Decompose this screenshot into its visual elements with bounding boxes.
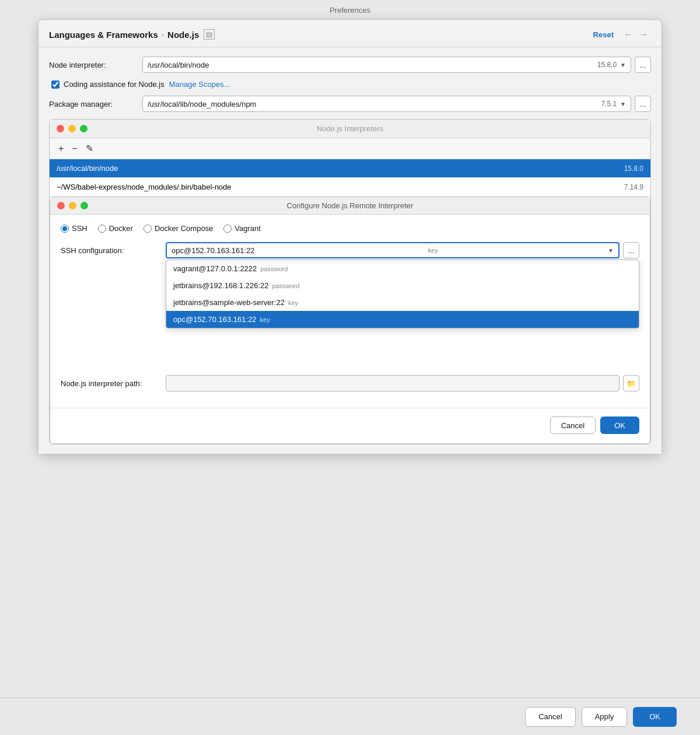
- node-interpreter-row: Node interpreter: /usr/local/bin/node 15…: [49, 57, 651, 73]
- interpreter-path-wrap: 📁: [166, 375, 639, 391]
- bottom-apply-button[interactable]: Apply: [582, 707, 628, 727]
- ssh-dropdown-list: vagrant@127.0.0.1:2222 password jetbrain…: [166, 260, 639, 328]
- package-manager-path: /usr/local/lib/node_modules/npm: [148, 100, 601, 108]
- bottom-action-bar: Cancel Apply OK: [0, 698, 700, 735]
- interpreters-panel-title: Node.js Interpreters: [317, 124, 383, 133]
- main-content: Node interpreter: /usr/local/bin/node 15…: [38, 47, 662, 454]
- dropdown-item-host-2: jetbrains@sample-web-server:22: [173, 298, 285, 307]
- interpreter-path-input[interactable]: [166, 375, 620, 391]
- interpreter-path-label: Node.js interpreter path:: [61, 379, 166, 388]
- breadcrumb-separator: ›: [162, 30, 164, 39]
- traffic-lights: [57, 125, 88, 132]
- breadcrumb-bar: Languages & Frameworks › Node.js ▤ Reset…: [38, 20, 662, 47]
- dropdown-item-1[interactable]: jetbrains@192.168.1.226:22 password: [166, 277, 639, 294]
- package-manager-version: 7.5.1: [601, 100, 617, 108]
- package-manager-dropdown[interactable]: /usr/local/lib/node_modules/npm 7.5.1 ▼: [142, 96, 631, 112]
- remote-traffic-lights: [57, 202, 88, 209]
- radio-docker-compose-label: Docker Compose: [155, 224, 213, 233]
- package-manager-ellipsis-button[interactable]: ...: [635, 96, 651, 112]
- radio-vagrant-label: Vagrant: [235, 224, 261, 233]
- radio-ssh-label: SSH: [72, 224, 88, 233]
- dropdown-item-0[interactable]: vagrant@127.0.0.1:2222 password: [166, 260, 639, 277]
- interpreter-list-row-1[interactable]: ~/WS/babel-express/node_modules/.bin/bab…: [50, 178, 650, 197]
- radio-ssh-input[interactable]: [61, 225, 69, 233]
- interpreter-row-path-1: ~/WS/babel-express/node_modules/.bin/bab…: [57, 183, 624, 191]
- layout-icon: ▤: [204, 29, 215, 40]
- interpreters-panel: Node.js Interpreters + − ✎ /usr/local/bi…: [49, 119, 651, 444]
- remote-dialog-title: Configure Node.js Remote Interpreter: [287, 201, 414, 210]
- ssh-config-dropdown[interactable]: opc@152.70.163.161:22 key ▼: [166, 242, 620, 258]
- interpreter-version-badge: 15.8.0: [597, 61, 617, 69]
- browse-folder-button[interactable]: 📁: [623, 375, 639, 391]
- dropdown-item-tag-3: key: [260, 316, 270, 323]
- traffic-light-red: [57, 125, 64, 132]
- interpreter-dropdown[interactable]: /usr/local/bin/node 15.8.0 ▼: [142, 57, 631, 73]
- interpreter-row-version-0: 15.8.0: [624, 164, 643, 173]
- preferences-window: Languages & Frameworks › Node.js ▤ Reset…: [38, 19, 662, 454]
- bottom-ok-button[interactable]: OK: [633, 707, 677, 727]
- radio-ssh[interactable]: SSH: [61, 224, 88, 233]
- radio-docker-compose[interactable]: Docker Compose: [144, 224, 213, 233]
- package-manager-row: Package manager: /usr/local/lib/node_mod…: [49, 96, 651, 112]
- ssh-dropdown-arrow: ▼: [608, 247, 614, 254]
- bottom-cancel-button[interactable]: Cancel: [525, 707, 575, 727]
- dropdown-item-host-0: vagrant@127.0.0.1:2222: [173, 264, 257, 273]
- reset-button[interactable]: Reset: [593, 30, 614, 39]
- dropdown-item-tag-1: password: [272, 282, 300, 289]
- interpreter-list-row-0[interactable]: /usr/local/bin/node 15.8.0: [50, 159, 650, 178]
- ssh-config-value: opc@152.70.163.161:22: [172, 246, 255, 255]
- dropdown-item-2[interactable]: jetbrains@sample-web-server:22 key: [166, 294, 639, 311]
- coding-assistance-row: Coding assistance for Node.js Manage Sco…: [49, 80, 651, 89]
- remote-interpreter-dialog: Configure Node.js Remote Interpreter SSH…: [50, 197, 650, 444]
- window-title: Preferences: [0, 0, 700, 19]
- add-interpreter-button[interactable]: +: [55, 142, 66, 155]
- package-manager-label: Package manager:: [49, 100, 142, 108]
- coding-assistance-checkbox[interactable]: [51, 80, 60, 89]
- interpreter-path-row: Node.js interpreter path: 📁: [61, 375, 639, 391]
- dropdown-item-host-1: jetbrains@192.168.1.226:22: [173, 281, 269, 290]
- dropdown-item-tag-0: password: [260, 265, 288, 272]
- radio-group: SSH Docker Docker Compose Vagrant: [61, 224, 639, 233]
- edit-interpreter-button[interactable]: ✎: [83, 142, 96, 155]
- interpreter-path-value: /usr/local/bin/node: [148, 61, 597, 69]
- interpreter-row-version-1: 7.14.9: [624, 183, 643, 191]
- radio-docker-compose-input[interactable]: [144, 225, 152, 233]
- dropdown-item-host-3: opc@152.70.163.161:22: [173, 315, 257, 324]
- panel-toolbar: + − ✎: [50, 138, 650, 159]
- package-manager-arrow: ▼: [620, 101, 626, 107]
- ssh-config-row: SSH configuration: opc@152.70.163.161:22…: [61, 242, 639, 258]
- dropdown-item-tag-2: key: [288, 299, 298, 306]
- radio-vagrant-input[interactable]: [223, 225, 232, 233]
- remote-dialog-titlebar: Configure Node.js Remote Interpreter: [50, 197, 650, 215]
- coding-assistance-label: Coding assistance for Node.js: [64, 80, 164, 89]
- remote-tl-green: [80, 202, 88, 209]
- radio-docker-label: Docker: [109, 224, 133, 233]
- ssh-config-label: SSH configuration:: [61, 246, 166, 255]
- node-interpreter-label: Node interpreter:: [49, 61, 142, 69]
- remote-ok-button[interactable]: OK: [600, 416, 639, 434]
- interpreter-dropdown-arrow: ▼: [620, 62, 626, 68]
- remote-tl-yellow: [69, 202, 76, 209]
- ssh-config-ellipsis-button[interactable]: ...: [623, 242, 639, 258]
- dropdown-item-3[interactable]: opc@152.70.163.161:22 key: [166, 311, 639, 328]
- traffic-light-yellow: [68, 125, 76, 132]
- radio-docker-input[interactable]: [98, 225, 106, 233]
- remote-cancel-button[interactable]: Cancel: [550, 416, 596, 434]
- package-manager-select-wrap: /usr/local/lib/node_modules/npm 7.5.1 ▼ …: [142, 96, 651, 112]
- interpreter-row-path-0: /usr/local/bin/node: [57, 164, 624, 173]
- interpreter-select-wrap: /usr/local/bin/node 15.8.0 ▼ ...: [142, 57, 651, 73]
- remove-interpreter-button[interactable]: −: [69, 142, 80, 155]
- back-arrow-button[interactable]: ←: [621, 28, 636, 41]
- ssh-config-wrap: opc@152.70.163.161:22 key ▼ ... vagrant@…: [166, 242, 639, 258]
- interpreters-panel-titlebar: Node.js Interpreters: [50, 120, 650, 138]
- interpreter-list: /usr/local/bin/node 15.8.0 ~/WS/babel-ex…: [50, 159, 650, 197]
- forward-arrow-button[interactable]: →: [636, 28, 651, 41]
- ssh-config-tag: key: [428, 247, 438, 254]
- interpreter-ellipsis-button[interactable]: ...: [635, 57, 651, 73]
- radio-docker[interactable]: Docker: [98, 224, 133, 233]
- breadcrumb-parent: Languages & Frameworks: [49, 30, 158, 40]
- remote-dialog-actions: Cancel OK: [50, 408, 650, 443]
- manage-scopes-link[interactable]: Manage Scopes...: [169, 80, 230, 89]
- radio-vagrant[interactable]: Vagrant: [223, 224, 261, 233]
- remote-tl-red: [57, 202, 65, 209]
